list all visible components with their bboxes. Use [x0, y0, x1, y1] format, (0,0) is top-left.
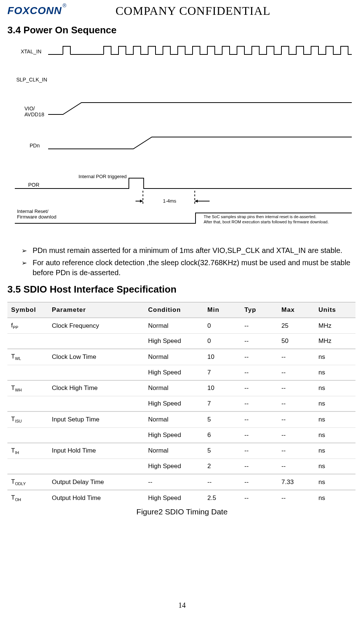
cell-min: 10: [204, 349, 241, 365]
signal-label-slp: SLP_CLK_IN: [16, 77, 47, 83]
timing-diagram: XTAL_IN SLP_CLK_IN VIO/ AVDD18 PDn: [7, 43, 355, 239]
cell-cond: Normal: [144, 318, 204, 334]
cell-cond: Normal: [144, 411, 204, 427]
cell-param: Output Delay Time: [48, 474, 144, 490]
cell-param: [48, 458, 144, 474]
cell-max: --: [278, 380, 315, 396]
cell-max: --: [278, 365, 315, 380]
cell-typ: --: [241, 318, 278, 334]
cell-typ: --: [241, 490, 278, 506]
waveform-slp: [48, 43, 352, 57]
cell-symbol: [7, 427, 48, 443]
cell-max: 25: [278, 318, 315, 334]
cell-symbol: TWH: [7, 380, 48, 396]
section-35-title: 3.5 SDIO Host Interface Specification: [7, 284, 357, 295]
cell-cond: High Speed: [144, 427, 204, 443]
cell-typ: --: [241, 380, 278, 396]
table-row: TISUInput Setup TimeNormal5----ns: [7, 411, 355, 427]
cell-cond: High Speed: [144, 365, 204, 380]
logo-text: FOXCONN: [7, 5, 62, 17]
col-min: Min: [204, 302, 241, 318]
cell-max: 7.33: [278, 474, 315, 490]
table-row: TWHClock High TimeNormal10----ns: [7, 380, 355, 396]
cell-param: [48, 365, 144, 380]
side-note-1: The SoC samples strap pins then internal…: [204, 214, 352, 219]
cell-units: ns: [315, 396, 355, 412]
cell-min: 10: [204, 380, 241, 396]
svg-marker-4: [195, 200, 198, 203]
table-row: TIHInput Hold TimeNormal5----ns: [7, 443, 355, 459]
section-34-bullets: PDn must remain asserted for a minimum o…: [21, 246, 357, 278]
cell-cond: Normal: [144, 380, 204, 396]
cell-units: ns: [315, 380, 355, 396]
cell-min: 0: [204, 318, 241, 334]
waveform-por: [15, 174, 352, 193]
cell-param: Clock High Time: [48, 380, 144, 396]
cell-typ: --: [241, 411, 278, 427]
cell-typ: --: [241, 427, 278, 443]
cell-cond: Normal: [144, 349, 204, 365]
waveform-vio: [48, 99, 352, 117]
cell-param: [48, 427, 144, 443]
delay-note: 1-4ms: [163, 198, 176, 204]
cell-cond: High Speed: [144, 396, 204, 412]
cell-units: ns: [315, 458, 355, 474]
table-row: High Speed7----ns: [7, 365, 355, 380]
cell-min: --: [204, 474, 241, 490]
cell-units: ns: [315, 349, 355, 365]
table-row: High Speed2----ns: [7, 458, 355, 474]
table-row: TOHOutput Hold TimeHigh Speed2.5----ns: [7, 490, 355, 506]
cell-units: ns: [315, 474, 355, 490]
col-typ: Typ: [241, 302, 278, 318]
cell-units: ns: [315, 490, 355, 506]
cell-cond: High Speed: [144, 490, 204, 506]
side-note-2: After that, boot ROM execution starts fo…: [204, 220, 352, 224]
cell-symbol: TWL: [7, 349, 48, 365]
cell-units: ns: [315, 365, 355, 380]
cell-symbol: fPP: [7, 318, 48, 334]
cell-min: 7: [204, 365, 241, 380]
cell-cond: High Speed: [144, 458, 204, 474]
cell-units: ns: [315, 443, 355, 459]
cell-max: 50: [278, 334, 315, 349]
cell-units: ns: [315, 411, 355, 427]
cell-min: 5: [204, 411, 241, 427]
cell-max: --: [278, 443, 315, 459]
cell-typ: --: [241, 365, 278, 380]
cell-symbol: TIH: [7, 443, 48, 459]
cell-max: --: [278, 427, 315, 443]
cell-symbol: TODLY: [7, 474, 48, 490]
table-row: High Speed6----ns: [7, 427, 355, 443]
cell-max: --: [278, 490, 315, 506]
table-row: TWLClock Low TimeNormal10----ns: [7, 349, 355, 365]
cell-symbol: [7, 396, 48, 412]
col-condition: Condition: [144, 302, 204, 318]
cell-typ: --: [241, 443, 278, 459]
sdio-spec-table: Symbol Parameter Condition Min Typ Max U…: [7, 302, 355, 506]
bullet-item: PDn must remain asserted for a minimum o…: [21, 246, 357, 256]
table-row: TODLYOutput Delay Time------7.33ns: [7, 474, 355, 490]
cell-min: 2: [204, 458, 241, 474]
cell-param: [48, 396, 144, 412]
cell-symbol: TOH: [7, 490, 48, 506]
cell-typ: --: [241, 396, 278, 412]
cell-typ: --: [241, 458, 278, 474]
cell-typ: --: [241, 334, 278, 349]
cell-typ: --: [241, 349, 278, 365]
cell-min: 2.5: [204, 490, 241, 506]
cell-param: Input Setup Time: [48, 411, 144, 427]
cell-param: Clock Low Time: [48, 349, 144, 365]
cell-symbol: TISU: [7, 411, 48, 427]
section-34-title: 3.4 Power On Sequence: [7, 24, 357, 36]
cell-units: MHz: [315, 318, 355, 334]
signal-label-pdn: PDn: [30, 143, 40, 149]
page-number: 14: [0, 601, 364, 610]
cell-min: 7: [204, 396, 241, 412]
cell-units: MHz: [315, 334, 355, 349]
signal-label-vio: VIO/ AVDD18: [24, 106, 44, 117]
cell-max: --: [278, 411, 315, 427]
col-parameter: Parameter: [48, 302, 144, 318]
col-units: Units: [315, 302, 355, 318]
signal-label-xtal: XTAL_IN: [21, 49, 41, 54]
cell-cond: --: [144, 474, 204, 490]
